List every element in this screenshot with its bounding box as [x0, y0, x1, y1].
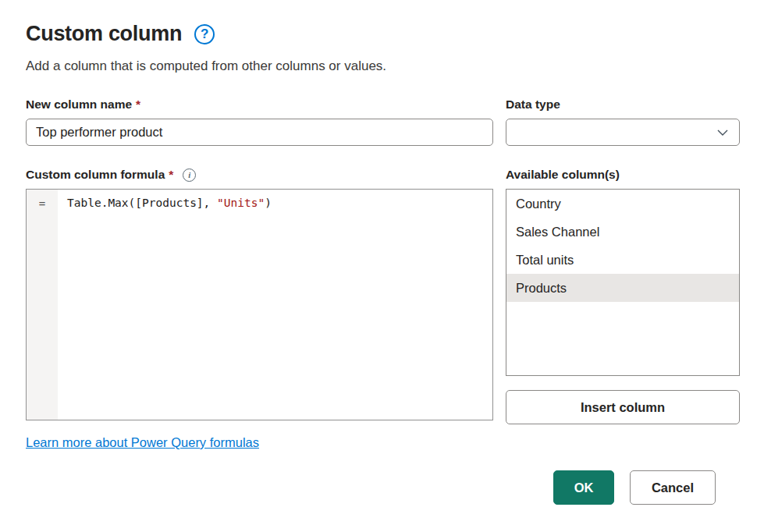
dialog-footer: OK Cancel: [26, 470, 716, 505]
ok-button[interactable]: OK: [553, 470, 614, 505]
required-asterisk: *: [136, 98, 140, 112]
code-text: Table.Max([Products],: [67, 197, 217, 209]
list-item[interactable]: Sales Channel: [506, 218, 739, 246]
dialog-header: Custom column ?: [26, 22, 740, 46]
data-type-dropdown[interactable]: [506, 119, 740, 146]
info-icon[interactable]: i: [183, 168, 196, 182]
data-type-label: Data type: [506, 98, 740, 112]
custom-column-dialog: Custom column ? Add a column that is com…: [26, 0, 740, 450]
list-item[interactable]: Total units: [506, 246, 739, 274]
available-columns-label: Available column(s): [506, 168, 740, 182]
cancel-button[interactable]: Cancel: [630, 470, 716, 505]
help-icon[interactable]: ?: [194, 24, 215, 44]
dialog-subtitle: Add a column that is computed from other…: [26, 59, 740, 74]
list-item[interactable]: Products: [506, 274, 739, 302]
learn-more-link[interactable]: Learn more about Power Query formulas: [26, 435, 259, 450]
formula-equals-gutter: =: [27, 190, 58, 420]
chevron-down-icon: [717, 127, 728, 138]
formula-label: Custom column formula * i: [26, 168, 493, 182]
code-string-literal: "Units": [217, 197, 265, 209]
list-item[interactable]: Country: [506, 190, 739, 218]
new-column-name-label: New column name *: [26, 98, 493, 112]
code-text: ): [265, 197, 272, 209]
formula-editor[interactable]: = Table.Max([Products], "Units"): [26, 189, 493, 420]
insert-column-button[interactable]: Insert column: [506, 390, 740, 424]
page-title: Custom column: [26, 22, 182, 46]
formula-code[interactable]: Table.Max([Products], "Units"): [58, 190, 492, 420]
required-asterisk: *: [169, 168, 173, 182]
available-columns-list: Country Sales Channel Total units Produc…: [506, 189, 740, 376]
new-column-name-input[interactable]: [26, 119, 493, 146]
